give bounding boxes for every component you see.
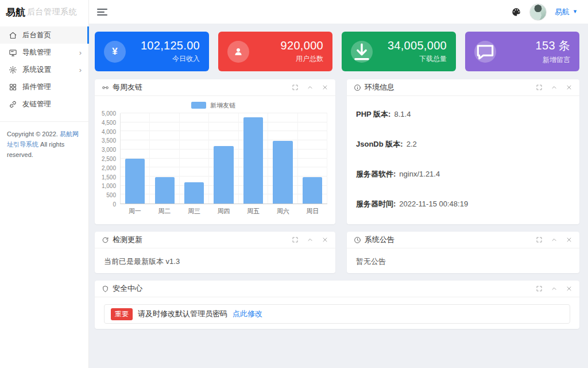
sidebar-item-label: 友链管理	[22, 99, 51, 109]
stat-card-comment: 153 条新增留言	[465, 32, 579, 71]
y-axis: 05001,0001,5002,0002,5003,0003,5004,0004…	[99, 113, 120, 204]
stat-label: 下载总量	[373, 54, 447, 64]
panel-header: 每周友链	[95, 79, 335, 96]
user-menu[interactable]: 易航 ▼	[555, 7, 578, 17]
panel-header: 系统公告	[347, 232, 579, 248]
monitor-icon	[9, 48, 17, 57]
bar-slot	[209, 113, 238, 204]
copyright: Copyright © 2022. 易航网址引导系统 All rights re…	[0, 121, 88, 167]
panel-title: 环境信息	[354, 82, 394, 93]
legend-label: 新增友链	[210, 101, 235, 110]
x-tick: 周一	[120, 207, 150, 216]
grid-icon	[9, 83, 17, 91]
security-message: 请及时修改默认管理员密码	[138, 309, 227, 319]
sidebar-toggle-icon[interactable]	[97, 7, 107, 17]
bar-slot	[268, 113, 297, 204]
fullscreen-icon[interactable]	[536, 236, 543, 243]
close-icon[interactable]	[322, 236, 328, 243]
x-tick: 周四	[209, 207, 239, 216]
fullscreen-icon[interactable]	[536, 285, 543, 292]
chart-bar-周五[interactable]	[243, 117, 263, 204]
theme-palette-icon[interactable]	[511, 7, 521, 17]
fullscreen-icon[interactable]	[536, 84, 543, 91]
env-label: 服务器时间:	[356, 200, 396, 208]
x-tick: 周六	[268, 207, 298, 216]
panel-title: 安全中心	[102, 283, 142, 294]
environment-panel: 环境信息 PHP 版本:8.1.4JsonDb 版本:2.2服务器软件:ngin…	[347, 79, 579, 224]
sidebar: 易航 后台管理系统 后台首页导航管理›系统设置›插件管理友链管理 Copyrig…	[0, 0, 89, 368]
legend-swatch	[191, 102, 206, 109]
env-value: nginx/1.21.4	[399, 170, 440, 178]
sidebar-item-plugins[interactable]: 插件管理	[0, 78, 88, 95]
collapse-icon[interactable]	[551, 84, 558, 91]
stat-card-yen: ¥102,125.00今日收入	[95, 32, 209, 71]
sidebar-item-label: 插件管理	[22, 82, 51, 92]
y-tick: 5,000	[102, 110, 116, 117]
fullscreen-icon[interactable]	[292, 84, 299, 91]
x-tick: 周五	[238, 207, 268, 216]
env-row: JsonDb 版本:2.2	[356, 139, 570, 150]
x-tick: 周日	[297, 207, 327, 216]
home-icon	[9, 31, 17, 40]
bar-slot	[239, 113, 268, 204]
panel-title: 每周友链	[102, 82, 142, 93]
app-logo: 易航 后台管理系统	[0, 0, 88, 24]
yen-icon: ¥	[104, 41, 126, 63]
change-password-link[interactable]: 点此修改	[233, 309, 262, 319]
stat-label: 新增留言	[496, 55, 570, 65]
fullscreen-icon[interactable]	[292, 236, 299, 243]
sidebar-item-nav[interactable]: 导航管理›	[0, 44, 88, 61]
chart-bar-周日[interactable]	[303, 177, 322, 204]
chevron-down-icon: ▼	[572, 9, 578, 14]
chart-bar-周二[interactable]	[155, 177, 175, 204]
brand-suffix: 后台管理系统	[27, 7, 77, 17]
shield-icon	[102, 285, 109, 293]
panel-title: 系统公告	[354, 235, 394, 245]
sidebar-item-links[interactable]: 友链管理	[0, 95, 88, 113]
user-avatar[interactable]	[529, 3, 547, 21]
x-axis: 周一周二周三周四周五周六周日	[120, 207, 327, 216]
stat-value: 102,125.00	[126, 39, 200, 52]
sidebar-item-label: 导航管理	[22, 48, 51, 57]
comment-icon	[474, 41, 496, 63]
panel-header: 安全中心	[95, 281, 579, 297]
sidebar-menu: 后台首页导航管理›系统设置›插件管理友链管理	[0, 24, 88, 113]
x-tick: 周二	[150, 207, 180, 216]
y-tick: 3,000	[102, 147, 116, 153]
sidebar-item-settings[interactable]: 系统设置›	[0, 61, 88, 78]
chart-bar-周四[interactable]	[214, 146, 233, 204]
y-tick: 4,500	[102, 119, 116, 125]
bar-chart: 新增友链 05001,0001,5002,0002,5003,0003,5004…	[95, 96, 335, 224]
stat-card-download: 34,005,000下载总量	[342, 32, 456, 71]
env-row: PHP 版本:8.1.4	[356, 109, 570, 120]
close-icon[interactable]	[566, 285, 572, 292]
important-badge: 重要	[111, 308, 133, 320]
topbar: 易航 ▼	[89, 0, 588, 24]
chevron-right-icon: ›	[79, 49, 82, 56]
close-icon[interactable]	[322, 84, 328, 91]
sidebar-item-dashboard[interactable]: 后台首页	[0, 26, 88, 44]
chart-legend[interactable]: 新增友链	[99, 98, 327, 112]
collapse-icon[interactable]	[307, 236, 314, 243]
update-status-text: 当前已是最新版本 v1.3	[95, 248, 335, 273]
environment-info: PHP 版本:8.1.4JsonDb 版本:2.2服务器软件:nginx/1.2…	[347, 96, 579, 224]
stat-cards-row: ¥102,125.00今日收入920,000用户总数34,005,000下载总量…	[95, 32, 579, 71]
weekly-links-panel: 每周友链 新增友链 05001,0001,5002,0002,5003,0003…	[95, 79, 335, 224]
env-label: 服务器软件:	[356, 170, 396, 178]
collapse-icon[interactable]	[551, 236, 558, 243]
close-icon[interactable]	[566, 236, 572, 243]
stat-value: 153 条	[496, 38, 570, 53]
y-tick: 4,000	[102, 128, 116, 135]
bar-slot	[180, 113, 209, 204]
collapse-icon[interactable]	[307, 84, 314, 91]
refresh-icon	[102, 236, 109, 244]
close-icon[interactable]	[566, 84, 572, 91]
link-icon	[9, 100, 17, 109]
env-label: PHP 版本:	[356, 110, 390, 118]
chart-bar-周六[interactable]	[273, 141, 292, 204]
chart-bar-周一[interactable]	[125, 159, 145, 204]
download-icon	[351, 41, 373, 63]
collapse-icon[interactable]	[551, 285, 558, 292]
yen-icon: ¥	[112, 46, 117, 57]
chart-bar-周三[interactable]	[184, 182, 204, 204]
